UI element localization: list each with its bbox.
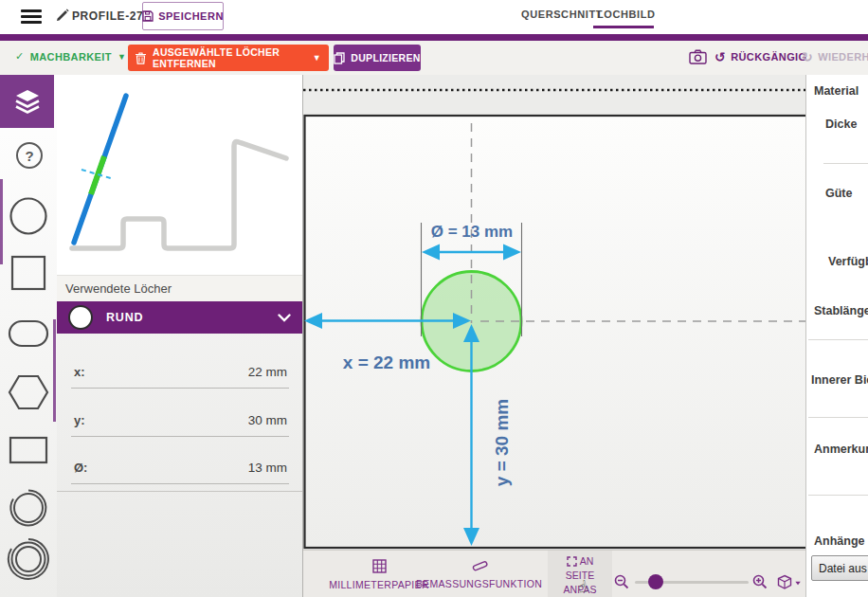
used-holes-label: Verwendete Löcher (57, 275, 302, 301)
tool-ring[interactable] (0, 537, 57, 581)
redo-icon: ↻ (802, 50, 813, 63)
section-divider (808, 417, 868, 418)
y-dimension-label: y = 30 mm (492, 399, 512, 486)
duplicate-button[interactable]: DUPLIZIEREN (334, 45, 421, 71)
action-toolbar: ✓ MACHBARKEIT ▼ AUSGEWÄHLTE LÖCHER ENTFE… (0, 41, 868, 76)
camera-icon[interactable] (689, 49, 707, 64)
x-input[interactable] (71, 388, 289, 389)
tool-hexagon[interactable] (0, 373, 57, 411)
shape-sidebar: ? (0, 75, 58, 597)
undo-icon: ↺ (714, 50, 726, 63)
notes-label: Anmerkur (814, 443, 868, 456)
y-field-value[interactable]: 30 mm (248, 413, 287, 427)
tool-rectangle[interactable] (0, 435, 57, 465)
hamburger-menu-icon[interactable] (21, 9, 42, 24)
dimension-tool-button[interactable]: BEMASSUNGSFUNKTION (415, 559, 543, 589)
purple-divider (0, 34, 868, 41)
attachments-label: Anhänge (814, 534, 864, 548)
round-hole-icon (68, 305, 93, 330)
hole-type-dropdown[interactable]: RUND (57, 301, 302, 334)
diameter-field-row: Ø: 13 mm (57, 445, 302, 493)
tool-square[interactable] (0, 254, 57, 292)
tab-lochbild[interactable]: LOCHBILD (597, 9, 656, 20)
feasibility-dropdown[interactable]: ✓ MACHBARKEIT ▼ (15, 50, 126, 63)
undo-button[interactable]: ↺ RÜCKGÄNGIG (714, 50, 807, 63)
sheet-outline (305, 116, 806, 548)
diameter-dimension-label: Ø = 13 mm (431, 223, 513, 241)
y-field-row: y: 30 mm (57, 398, 302, 445)
grade-label: Güte (825, 187, 852, 200)
expand-icon (567, 556, 577, 567)
panel-divider (57, 491, 302, 492)
thickness-label: Dicke (825, 118, 857, 131)
tool-thread[interactable] (0, 487, 57, 529)
pencil-icon (56, 9, 69, 22)
view-3d-button[interactable] (777, 574, 802, 590)
x-field-value[interactable]: 22 mm (248, 365, 287, 379)
y-input[interactable] (71, 436, 289, 437)
diameter-input[interactable] (71, 483, 289, 484)
section-divider (808, 339, 868, 340)
tool-circle[interactable] (0, 196, 57, 236)
layers-icon (13, 88, 42, 115)
drawing-canvas[interactable]: Ø = 13 mm x = 22 mm y = 30 mm (303, 75, 805, 550)
material-label: Material (814, 84, 859, 98)
top-bar: PROFILE-2738 SPEICHERN QUERSCHNITT LOCHB… (0, 0, 868, 34)
grid-icon (372, 559, 387, 573)
trash-icon (136, 52, 146, 64)
active-tab-underline (593, 26, 654, 28)
profile-preview (57, 75, 302, 275)
help-icon[interactable]: ? (16, 142, 43, 169)
caret-down-icon[interactable]: ▼ (313, 53, 321, 63)
field-underline (823, 163, 868, 164)
bar-length-label: Stablänge (814, 304, 868, 317)
dimension-pencil-icon (471, 559, 488, 572)
layers-button[interactable] (0, 75, 54, 128)
diameter-field-value[interactable]: 13 mm (248, 461, 287, 475)
y-field-label: y: (74, 413, 85, 427)
material-panel: Material Dicke Güte Verfügb Stablänge In… (805, 75, 868, 597)
section-divider (808, 495, 868, 496)
check-icon: ✓ (15, 50, 25, 63)
save-icon (142, 10, 154, 22)
inner-radius-label: Innerer Bie (811, 373, 868, 387)
copy-icon (334, 52, 345, 64)
zoom-out-button[interactable] (614, 574, 629, 589)
tab-querschnitt[interactable]: QUERSCHNITT (521, 9, 603, 20)
file-select-button[interactable]: Datei aus (811, 555, 868, 581)
zoom-slider-knob[interactable] (648, 574, 663, 589)
availability-label: Verfügb (828, 255, 868, 268)
x-field-label: x: (74, 365, 85, 379)
x-dimension-label: x = 22 mm (343, 353, 430, 372)
hole-type-label: RUND (106, 311, 278, 324)
diameter-field-label: Ø: (74, 461, 87, 475)
tool-slot[interactable] (0, 319, 57, 348)
hole-properties-panel: Verwendete Löcher RUND x: 22 mm y: 30 mm… (57, 75, 303, 597)
zoom-in-button[interactable] (752, 574, 768, 589)
x-field-row: x: 22 mm (57, 350, 302, 397)
caret-down-icon: ▼ (118, 52, 126, 62)
redo-button[interactable]: ↻ WIEDERHE (802, 50, 868, 63)
canvas-bottom-toolbar: MILLIMETERPAPIER BEMASSUNGSFUNKTION AN S… (303, 550, 805, 597)
save-button[interactable]: SPEICHERN (142, 2, 224, 30)
remove-holes-button[interactable]: AUSGEWÄHLTE LÖCHER ENTFERNEN ▼ (128, 45, 329, 71)
chevron-down-icon (278, 314, 291, 322)
